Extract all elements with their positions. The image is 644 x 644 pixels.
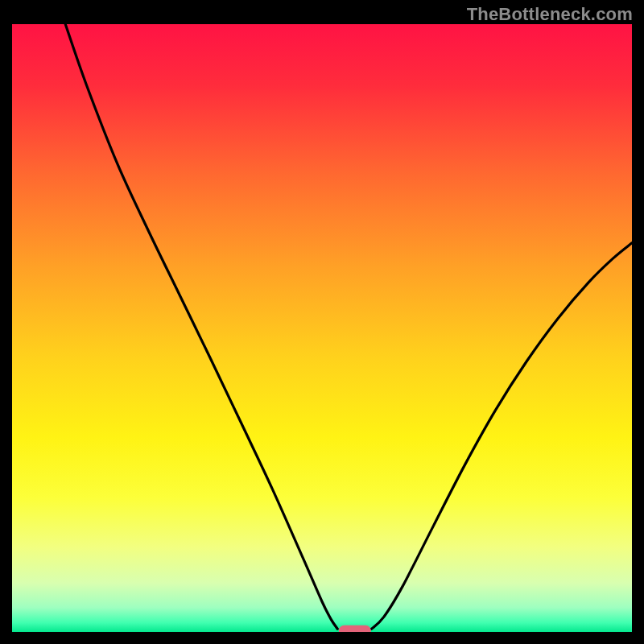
bottleneck-chart <box>12 24 632 632</box>
frame: TheBottleneck.com <box>0 0 644 644</box>
gradient-background <box>12 24 632 632</box>
watermark-text: TheBottleneck.com <box>467 4 633 25</box>
bottleneck-marker <box>339 625 371 632</box>
